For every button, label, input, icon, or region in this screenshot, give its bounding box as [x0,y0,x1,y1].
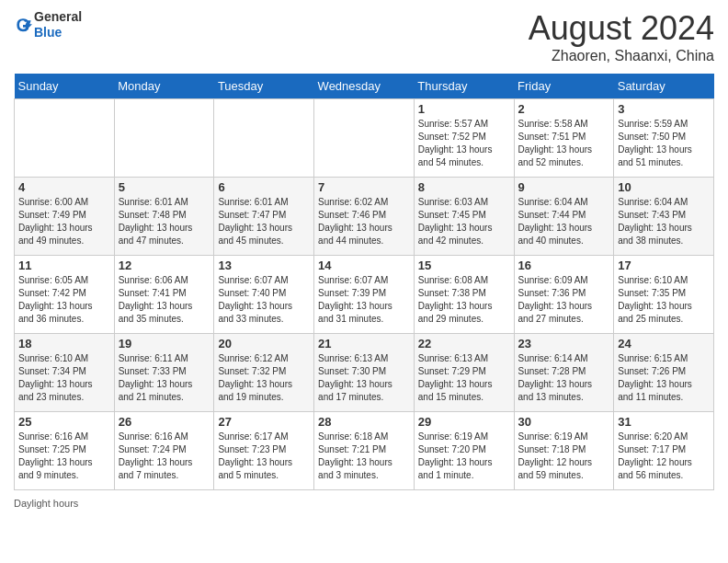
day-info: Sunrise: 5:57 AM Sunset: 7:52 PM Dayligh… [418,118,510,169]
day-number: 9 [518,180,610,194]
day-number: 18 [18,337,110,350]
day-info: Sunrise: 6:08 AM Sunset: 7:38 PM Dayligh… [418,274,510,326]
calendar-day-cell: 9Sunrise: 6:04 AM Sunset: 7:44 PM Daylig… [514,178,614,256]
calendar-day-cell: 28Sunrise: 6:18 AM Sunset: 7:21 PM Dayli… [314,412,415,490]
calendar-day-cell: 14Sunrise: 6:07 AM Sunset: 7:39 PM Dayli… [314,256,415,334]
calendar-day-cell: 5Sunrise: 6:01 AM Sunset: 7:48 PM Daylig… [114,178,214,256]
day-info: Sunrise: 5:58 AM Sunset: 7:51 PM Dayligh… [518,118,610,169]
day-info: Sunrise: 6:13 AM Sunset: 7:29 PM Dayligh… [418,352,510,404]
logo-text: General Blue [34,9,82,40]
day-info: Sunrise: 5:59 AM Sunset: 7:50 PM Dayligh… [618,118,710,169]
day-info: Sunrise: 6:07 AM Sunset: 7:40 PM Dayligh… [218,274,310,326]
day-info: Sunrise: 6:02 AM Sunset: 7:46 PM Dayligh… [318,196,410,247]
calendar-week-row: 18Sunrise: 6:10 AM Sunset: 7:34 PM Dayli… [15,334,714,412]
day-info: Sunrise: 6:14 AM Sunset: 7:28 PM Dayligh… [518,352,610,404]
calendar-day-cell: 8Sunrise: 6:03 AM Sunset: 7:45 PM Daylig… [414,178,514,256]
day-number: 29 [418,415,510,429]
calendar-day-cell: 26Sunrise: 6:16 AM Sunset: 7:24 PM Dayli… [114,412,214,490]
calendar-body: 1Sunrise: 5:57 AM Sunset: 7:52 PM Daylig… [15,99,714,490]
day-info: Sunrise: 6:11 AM Sunset: 7:33 PM Dayligh… [119,352,210,404]
day-number: 19 [119,337,210,350]
day-number: 27 [218,415,310,429]
calendar-day-cell: 30Sunrise: 6:19 AM Sunset: 7:18 PM Dayli… [514,412,614,490]
day-info: Sunrise: 6:20 AM Sunset: 7:17 PM Dayligh… [618,431,710,482]
calendar-day-cell: 15Sunrise: 6:08 AM Sunset: 7:38 PM Dayli… [414,256,514,334]
day-number: 25 [18,415,110,429]
calendar-week-row: 11Sunrise: 6:05 AM Sunset: 7:42 PM Dayli… [15,256,714,334]
calendar-day-cell: 4Sunrise: 6:00 AM Sunset: 7:49 PM Daylig… [15,178,115,256]
calendar-day-cell: 16Sunrise: 6:09 AM Sunset: 7:36 PM Dayli… [514,256,614,334]
calendar-day-cell: 3Sunrise: 5:59 AM Sunset: 7:50 PM Daylig… [614,99,714,178]
calendar-day-cell: 10Sunrise: 6:04 AM Sunset: 7:43 PM Dayli… [614,178,714,256]
day-info: Sunrise: 6:01 AM Sunset: 7:48 PM Dayligh… [119,196,210,247]
day-number: 8 [418,180,510,194]
calendar-day-cell: 11Sunrise: 6:05 AM Sunset: 7:42 PM Dayli… [15,256,115,334]
day-info: Sunrise: 6:15 AM Sunset: 7:26 PM Dayligh… [618,352,710,404]
calendar-day-cell: 7Sunrise: 6:02 AM Sunset: 7:46 PM Daylig… [314,178,415,256]
day-number: 28 [318,415,410,429]
day-info: Sunrise: 6:19 AM Sunset: 7:20 PM Dayligh… [418,431,510,482]
day-info: Sunrise: 6:10 AM Sunset: 7:35 PM Dayligh… [618,274,710,326]
day-info: Sunrise: 6:00 AM Sunset: 7:49 PM Dayligh… [18,196,110,247]
calendar-day-cell: 21Sunrise: 6:13 AM Sunset: 7:30 PM Dayli… [314,334,415,412]
logo: General Blue [14,9,82,40]
day-number: 31 [618,415,710,429]
day-number: 10 [618,180,710,194]
calendar-week-row: 4Sunrise: 6:00 AM Sunset: 7:49 PM Daylig… [15,178,714,256]
calendar-day-cell: 22Sunrise: 6:13 AM Sunset: 7:29 PM Dayli… [414,334,514,412]
calendar-day-cell [214,99,314,178]
day-info: Sunrise: 6:04 AM Sunset: 7:43 PM Dayligh… [618,196,710,247]
daylight-hours-label: Daylight hours [14,498,78,509]
calendar-day-cell [114,99,214,178]
calendar-day-cell: 20Sunrise: 6:12 AM Sunset: 7:32 PM Dayli… [214,334,314,412]
calendar-header-cell: Tuesday [214,74,314,99]
day-number: 12 [119,259,210,272]
calendar-header-cell: Saturday [614,74,714,99]
calendar-header-cell: Monday [114,74,214,99]
calendar-week-row: 1Sunrise: 5:57 AM Sunset: 7:52 PM Daylig… [15,99,714,178]
calendar-day-cell: 23Sunrise: 6:14 AM Sunset: 7:28 PM Dayli… [514,334,614,412]
calendar-day-cell: 17Sunrise: 6:10 AM Sunset: 7:35 PM Dayli… [614,256,714,334]
logo-icon [14,16,32,34]
header: General Blue August 2024 Zhaoren, Shaanx… [14,9,714,64]
calendar-day-cell: 25Sunrise: 6:16 AM Sunset: 7:25 PM Dayli… [15,412,115,490]
calendar-day-cell: 18Sunrise: 6:10 AM Sunset: 7:34 PM Dayli… [15,334,115,412]
calendar-day-cell: 19Sunrise: 6:11 AM Sunset: 7:33 PM Dayli… [114,334,214,412]
calendar-header-cell: Thursday [414,74,514,99]
day-number: 20 [218,337,310,350]
day-number: 14 [318,259,410,272]
day-info: Sunrise: 6:13 AM Sunset: 7:30 PM Dayligh… [318,352,410,404]
day-info: Sunrise: 6:16 AM Sunset: 7:25 PM Dayligh… [18,431,110,482]
day-number: 13 [218,259,310,272]
calendar-header-cell: Friday [514,74,614,99]
calendar-header-cell: Wednesday [314,74,415,99]
day-number: 7 [318,180,410,194]
day-info: Sunrise: 6:19 AM Sunset: 7:18 PM Dayligh… [518,431,610,482]
calendar-day-cell [314,99,415,178]
day-number: 21 [318,337,410,350]
day-info: Sunrise: 6:17 AM Sunset: 7:23 PM Dayligh… [218,431,310,482]
day-number: 17 [618,259,710,272]
calendar-week-row: 25Sunrise: 6:16 AM Sunset: 7:25 PM Dayli… [15,412,714,490]
day-info: Sunrise: 6:03 AM Sunset: 7:45 PM Dayligh… [418,196,510,247]
day-info: Sunrise: 6:07 AM Sunset: 7:39 PM Dayligh… [318,274,410,326]
day-number: 6 [218,180,310,194]
day-info: Sunrise: 6:10 AM Sunset: 7:34 PM Dayligh… [18,352,110,404]
day-number: 26 [119,415,210,429]
calendar-day-cell: 24Sunrise: 6:15 AM Sunset: 7:26 PM Dayli… [614,334,714,412]
day-info: Sunrise: 6:12 AM Sunset: 7:32 PM Dayligh… [218,352,310,404]
calendar-day-cell: 6Sunrise: 6:01 AM Sunset: 7:47 PM Daylig… [214,178,314,256]
location: Zhaoren, Shaanxi, China [529,48,714,64]
month-title: August 2024 [529,9,714,48]
day-info: Sunrise: 6:09 AM Sunset: 7:36 PM Dayligh… [518,274,610,326]
day-number: 2 [518,102,610,116]
footer: Daylight hours [14,498,714,509]
calendar-header-row: SundayMondayTuesdayWednesdayThursdayFrid… [15,74,714,99]
calendar-day-cell [15,99,115,178]
day-number: 4 [18,180,110,194]
calendar-day-cell: 31Sunrise: 6:20 AM Sunset: 7:17 PM Dayli… [614,412,714,490]
day-info: Sunrise: 6:16 AM Sunset: 7:24 PM Dayligh… [119,431,210,482]
day-info: Sunrise: 6:04 AM Sunset: 7:44 PM Dayligh… [518,196,610,247]
calendar-day-cell: 27Sunrise: 6:17 AM Sunset: 7:23 PM Dayli… [214,412,314,490]
calendar-day-cell: 29Sunrise: 6:19 AM Sunset: 7:20 PM Dayli… [414,412,514,490]
